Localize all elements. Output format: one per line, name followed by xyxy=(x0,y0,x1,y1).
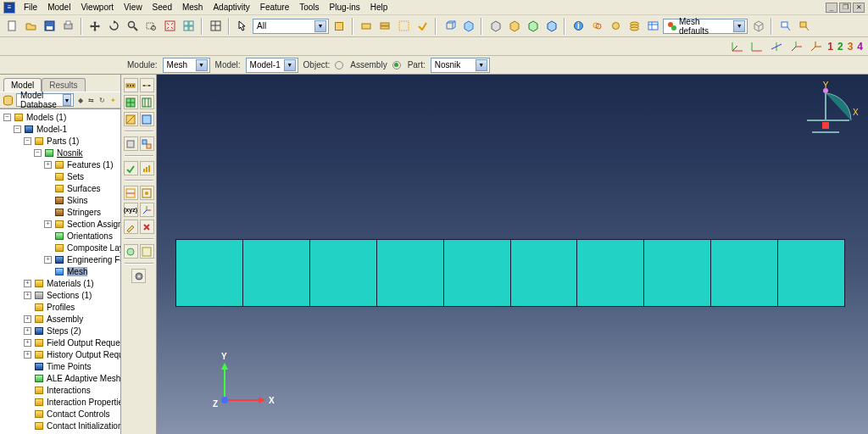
datum-1[interactable]: 1 xyxy=(827,41,833,53)
part-radio-label[interactable]: Part: xyxy=(408,60,426,70)
tree-bulb-icon[interactable]: ✦ xyxy=(109,94,118,106)
tree-node-section_assignments[interactable]: +Section Assignments (1) xyxy=(3,218,120,230)
datum-4[interactable]: 4 xyxy=(857,41,863,53)
tree-node-ale[interactable]: ALE Adaptive Mesh Constraints xyxy=(3,372,120,384)
color-circles1-icon[interactable] xyxy=(588,18,605,35)
mesh-controls-icon[interactable] xyxy=(124,136,138,151)
tree-node-orientations[interactable]: Orientations xyxy=(3,230,120,242)
menu-tools[interactable]: Tools xyxy=(294,1,324,14)
datum-3[interactable]: 3 xyxy=(848,41,854,53)
save-icon[interactable] xyxy=(41,18,58,35)
print-icon[interactable] xyxy=(59,18,76,35)
mesh-region-icon[interactable] xyxy=(140,95,154,109)
tree-node-history_output[interactable]: +History Output Requests (1) xyxy=(3,348,120,360)
seed-part-icon[interactable] xyxy=(124,78,138,92)
new-icon[interactable] xyxy=(3,18,20,35)
assembly-radio[interactable] xyxy=(335,61,343,70)
table-icon[interactable] xyxy=(644,18,661,35)
tab-results[interactable]: Results xyxy=(42,78,85,92)
window-restore[interactable]: ❐ xyxy=(839,3,851,13)
tree-node-sections[interactable]: +Sections (1) xyxy=(3,289,120,301)
selgroup2-icon[interactable] xyxy=(376,18,393,35)
tree-node-time_points[interactable]: Time Points xyxy=(3,360,120,372)
tree-node-interactions[interactable]: Interactions xyxy=(3,384,120,396)
tab-model[interactable]: Model xyxy=(3,78,42,92)
assign-controls-icon[interactable] xyxy=(124,112,138,126)
menu-seed[interactable]: Seed xyxy=(147,1,177,14)
element-type-icon[interactable] xyxy=(140,136,154,151)
tree-node-steps[interactable]: +Steps (2) xyxy=(3,325,120,337)
render-iso-icon[interactable] xyxy=(749,18,766,35)
menu-plugins[interactable]: Plug-ins xyxy=(325,1,365,14)
shade4-icon[interactable] xyxy=(542,18,559,35)
tree-filter-icon[interactable]: ◆ xyxy=(76,94,85,106)
query-icon[interactable]: i xyxy=(570,18,587,35)
color-dot-icon[interactable] xyxy=(607,18,624,35)
verify-mesh-icon[interactable] xyxy=(124,161,138,175)
source-combo[interactable]: Model Database▼ xyxy=(16,93,74,107)
tree-node-profiles[interactable]: Profiles xyxy=(3,301,120,313)
tree-node-surfaces[interactable]: Surfaces xyxy=(3,182,120,194)
menu-file[interactable]: File xyxy=(19,1,42,14)
datum-2[interactable]: 2 xyxy=(837,41,843,53)
cycle-views-icon[interactable] xyxy=(180,18,197,35)
assign-type-icon[interactable] xyxy=(140,112,154,126)
tree-node-sets[interactable]: Sets xyxy=(3,170,120,182)
selgroup3-icon[interactable] xyxy=(395,18,412,35)
xyz-icon[interactable]: (xyz) xyxy=(124,203,138,217)
color-code-combo[interactable]: Mesh defaults▼ xyxy=(663,19,748,34)
tree-node-features[interactable]: +Features (1) xyxy=(3,159,120,170)
pan-icon[interactable] xyxy=(86,18,103,35)
menu-mesh[interactable]: Mesh xyxy=(177,1,208,14)
tree-node-contact_controls[interactable]: Contact Controls xyxy=(3,408,120,420)
menu-viewport[interactable]: Viewport xyxy=(75,1,119,14)
render-wireframe-icon[interactable] xyxy=(441,18,458,35)
model-tree[interactable]: −Models (1) −Model-1 −Parts (1) −Nosnik … xyxy=(0,108,120,434)
datum-plane-icon[interactable] xyxy=(140,203,154,217)
adaptivity-tool-icon[interactable] xyxy=(124,244,138,259)
datum-axis-icon-2[interactable] xyxy=(749,40,765,53)
toggle-sel1-icon[interactable] xyxy=(331,18,348,35)
menu-help[interactable]: Help xyxy=(365,1,393,14)
partition-icon[interactable] xyxy=(124,186,138,200)
datum-axis-icon-3[interactable] xyxy=(769,40,784,53)
part-radio[interactable] xyxy=(392,61,401,70)
menu-feature[interactable]: Feature xyxy=(255,1,294,14)
window-minimize[interactable]: _ xyxy=(826,3,837,13)
rotate-icon[interactable] xyxy=(105,18,122,35)
tree-node-model1[interactable]: −Model-1 xyxy=(3,123,120,135)
tree-node-assembly[interactable]: +Assembly xyxy=(3,313,120,325)
part-combo[interactable]: Nosnik▼ xyxy=(431,58,490,73)
tree-node-models[interactable]: −Models (1) xyxy=(3,111,120,123)
select-arrow-icon[interactable] xyxy=(234,18,251,35)
annotation1-icon[interactable] xyxy=(776,18,793,35)
edit-mesh-icon[interactable] xyxy=(124,220,138,234)
seed-edge-icon[interactable] xyxy=(140,78,154,92)
selgroup1-icon[interactable] xyxy=(358,18,375,35)
tree-node-composite_layups[interactable]: Composite Layups xyxy=(3,242,120,253)
shade3-icon[interactable] xyxy=(524,18,541,35)
tree-node-mesh[interactable]: Mesh xyxy=(3,265,120,277)
del-mesh-icon[interactable] xyxy=(140,220,154,234)
settings-gear-icon[interactable] xyxy=(131,269,146,283)
datum-axis-icon-5[interactable] xyxy=(808,40,823,53)
assembly-radio-label[interactable]: Assembly xyxy=(350,60,387,70)
tree-node-skins[interactable]: Skins xyxy=(3,194,120,206)
selgroup4-icon[interactable] xyxy=(414,18,431,35)
viewport[interactable]: X Y Z Y X xyxy=(157,75,868,434)
mesh-part-icon[interactable] xyxy=(124,95,138,109)
tree-node-parts[interactable]: −Parts (1) xyxy=(3,135,120,147)
zoom-box-icon[interactable] xyxy=(142,18,159,35)
annotation2-icon[interactable] xyxy=(795,18,812,35)
zoom-icon[interactable] xyxy=(124,18,141,35)
menu-view[interactable]: View xyxy=(119,1,147,14)
datum-axis-icon[interactable] xyxy=(730,40,745,53)
tree-node-field_output[interactable]: +Field Output Requests (1) xyxy=(3,337,120,348)
view-cube-icon[interactable]: Y X xyxy=(800,81,853,142)
virtual-topo-icon[interactable] xyxy=(140,186,154,200)
tree-node-interaction_props[interactable]: Interaction Properties xyxy=(3,396,120,408)
render-hidden-icon[interactable] xyxy=(459,18,476,35)
shade2-icon[interactable] xyxy=(505,18,522,35)
tree-nav1-icon[interactable]: ⇆ xyxy=(87,94,96,106)
tree-node-contact_init[interactable]: Contact Initializations xyxy=(3,420,120,431)
